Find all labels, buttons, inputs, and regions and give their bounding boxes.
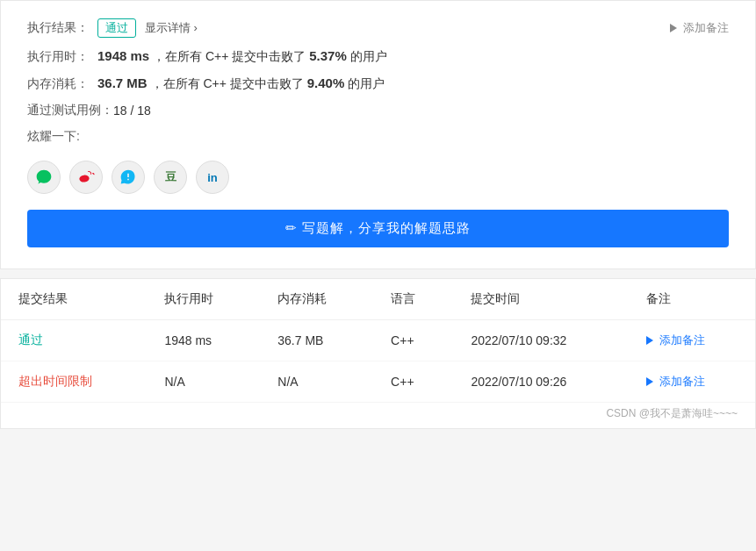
status-cell-pass: 通过 — [1, 320, 147, 361]
status-tle-text: 超出时间限制 — [18, 374, 92, 388]
time-cell-2: N/A — [147, 361, 260, 403]
watermark: CSDN @我不是萧海哇~~~~ — [1, 403, 755, 428]
add-note-link-2[interactable]: 添加备注 — [646, 374, 738, 390]
time-cell-1: 1948 ms — [147, 320, 260, 361]
weibo-icon[interactable] — [69, 161, 103, 194]
time-suffix: ，在所有 C++ 提交中击败了 — [153, 49, 306, 63]
time-row: 执行用时： 1948 ms ，在所有 C++ 提交中击败了 5.37% 的用户 — [27, 48, 729, 65]
linkedin-icon[interactable]: in — [196, 161, 229, 194]
submit-time-cell-2: 2022/07/10 09:26 — [453, 361, 629, 403]
table-row: 超出时间限制 N/A N/A C++ 2022/07/10 09:26 添加备注 — [1, 361, 755, 403]
memory-row: 内存消耗： 36.7 MB ，在所有 C++ 提交中击败了 9.40% 的用户 — [27, 75, 729, 92]
time-highlight: 1948 ms — [97, 48, 149, 63]
memory-label: 内存消耗： — [27, 76, 97, 92]
table-body: 通过 1948 ms 36.7 MB C++ 2022/07/10 09:32 … — [1, 320, 755, 403]
lang-cell-1: C++ — [373, 320, 453, 361]
time-value: 1948 ms ，在所有 C++ 提交中击败了 5.37% 的用户 — [97, 48, 387, 65]
pass-badge: 通过 — [97, 18, 136, 38]
memory-percent: 9.40% — [307, 75, 345, 90]
submissions-card: 提交结果 执行用时 内存消耗 语言 提交时间 备注 通过 1948 ms 36.… — [0, 278, 756, 429]
play-icon-2 — [646, 377, 653, 386]
add-note-label: 添加备注 — [683, 20, 729, 36]
lang-cell-2: C++ — [373, 361, 453, 403]
qq-icon[interactable] — [112, 161, 145, 194]
memory-unit: 的用户 — [348, 76, 385, 90]
col-header-lang: 语言 — [373, 279, 453, 320]
note-cell-2: 添加备注 — [629, 361, 755, 403]
write-solution-button[interactable]: ✏ 写题解，分享我的解题思路 — [27, 210, 729, 247]
add-note-button[interactable]: 添加备注 — [670, 20, 729, 36]
memory-suffix: ，在所有 C++ 提交中击败了 — [151, 76, 304, 90]
submit-time-cell-1: 2022/07/10 09:32 — [453, 320, 629, 361]
social-icons-row: 豆 in — [27, 161, 729, 194]
show-detail-link[interactable]: 显示详情 › — [145, 20, 198, 36]
result-card: 执行结果： 通过 显示详情 › 添加备注 执行用时： 1948 ms ，在所有 … — [0, 0, 756, 269]
status-cell-tle: 超出时间限制 — [1, 361, 147, 403]
col-header-status: 提交结果 — [1, 279, 147, 320]
col-header-note: 备注 — [629, 279, 755, 320]
memory-value: 36.7 MB ，在所有 C++ 提交中击败了 9.40% 的用户 — [97, 75, 385, 92]
memory-cell-1: 36.7 MB — [260, 320, 373, 361]
col-header-memory: 内存消耗 — [260, 279, 373, 320]
execution-label: 执行结果： — [27, 20, 97, 36]
douban-icon[interactable]: 豆 — [154, 161, 187, 194]
time-unit: 的用户 — [350, 49, 387, 63]
table-row: 通过 1948 ms 36.7 MB C++ 2022/07/10 09:32 … — [1, 320, 755, 361]
col-header-submit-time: 提交时间 — [453, 279, 629, 320]
share-label: 炫耀一下: — [27, 129, 97, 145]
status-pass-link[interactable]: 通过 — [18, 333, 43, 347]
memory-highlight: 36.7 MB — [97, 75, 148, 90]
memory-cell-2: N/A — [260, 361, 373, 403]
page-wrapper: 执行结果： 通过 显示详情 › 添加备注 执行用时： 1948 ms ，在所有 … — [0, 0, 756, 551]
col-header-time: 执行用时 — [147, 279, 260, 320]
testcase-row: 通过测试用例： 18 / 18 — [27, 103, 729, 118]
testcase-value: 18 / 18 — [113, 104, 151, 118]
time-percent: 5.37% — [309, 48, 347, 63]
play-icon — [670, 24, 677, 32]
add-note-text-2: 添加备注 — [659, 374, 705, 390]
play-icon-1 — [646, 336, 653, 345]
testcase-label: 通过测试用例： — [27, 103, 113, 118]
add-note-text-1: 添加备注 — [659, 333, 705, 348]
time-label: 执行用时： — [27, 49, 97, 65]
note-cell-1: 添加备注 — [629, 320, 755, 361]
submissions-table: 提交结果 执行用时 内存消耗 语言 提交时间 备注 通过 1948 ms 36.… — [1, 279, 755, 403]
add-note-link-1[interactable]: 添加备注 — [646, 333, 738, 348]
wechat-icon[interactable] — [27, 161, 61, 194]
table-header: 提交结果 执行用时 内存消耗 语言 提交时间 备注 — [1, 279, 755, 320]
share-row: 炫耀一下: — [27, 129, 729, 154]
execution-result-row: 执行结果： 通过 显示详情 › 添加备注 — [27, 18, 729, 38]
